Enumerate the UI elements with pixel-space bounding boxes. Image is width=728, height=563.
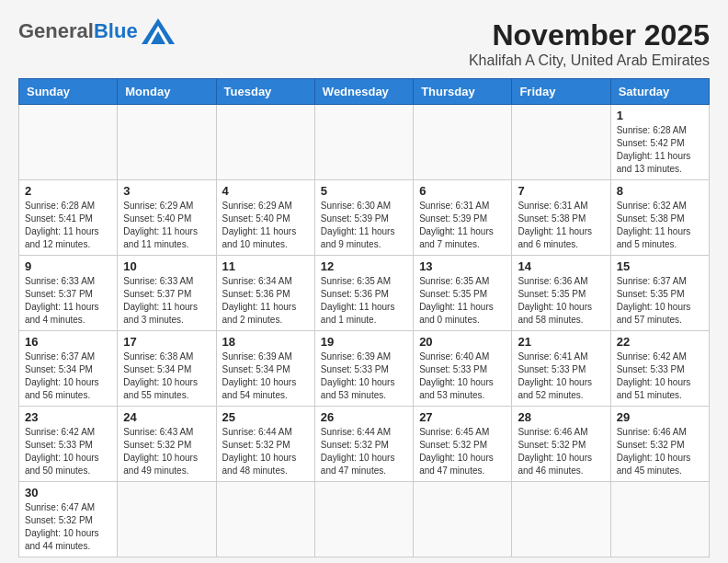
day-info: Sunrise: 6:31 AM Sunset: 5:39 PM Dayligh… [419,200,506,251]
day-number: 22 [617,335,703,349]
day-info: Sunrise: 6:36 AM Sunset: 5:35 PM Dayligh… [518,275,604,327]
day-number: 8 [617,184,703,198]
day-info: Sunrise: 6:33 AM Sunset: 5:37 PM Dayligh… [123,275,210,327]
day-info: Sunrise: 6:41 AM Sunset: 5:33 PM Dayligh… [518,350,604,402]
day-number: 21 [518,335,604,349]
calendar-cell: 12Sunrise: 6:35 AM Sunset: 5:36 PM Dayli… [314,256,413,331]
calendar-cell: 8Sunrise: 6:32 AM Sunset: 5:38 PM Daylig… [610,180,709,256]
day-info: Sunrise: 6:46 AM Sunset: 5:32 PM Dayligh… [617,426,703,477]
day-number: 7 [518,184,604,198]
day-header-thursday: Thursday [414,79,512,105]
day-number: 18 [222,335,309,349]
day-info: Sunrise: 6:40 AM Sunset: 5:33 PM Dayligh… [419,350,506,402]
calendar-cell: 1Sunrise: 6:28 AM Sunset: 5:42 PM Daylig… [610,105,709,180]
day-number: 12 [321,259,407,273]
header: General Blue November 2025 Khalifah A Ci… [18,18,710,69]
day-header-saturday: Saturday [610,79,709,105]
calendar: SundayMondayTuesdayWednesdayThursdayFrid… [18,78,710,557]
day-header-monday: Monday [118,79,216,105]
day-number: 24 [123,410,210,424]
day-info: Sunrise: 6:28 AM Sunset: 5:42 PM Dayligh… [617,124,703,176]
calendar-cell [314,482,413,557]
day-header-tuesday: Tuesday [216,79,314,105]
day-number: 2 [25,184,111,198]
day-info: Sunrise: 6:37 AM Sunset: 5:35 PM Dayligh… [617,275,703,327]
day-header-sunday: Sunday [19,79,118,105]
day-header-wednesday: Wednesday [314,79,413,105]
day-number: 16 [25,335,111,349]
calendar-week-row: 23Sunrise: 6:42 AM Sunset: 5:33 PM Dayli… [19,407,710,482]
calendar-week-row: 16Sunrise: 6:37 AM Sunset: 5:34 PM Dayli… [19,331,710,407]
calendar-header-row: SundayMondayTuesdayWednesdayThursdayFrid… [19,79,710,105]
day-info: Sunrise: 6:30 AM Sunset: 5:39 PM Dayligh… [321,200,407,251]
calendar-cell [216,105,314,180]
calendar-cell: 7Sunrise: 6:31 AM Sunset: 5:38 PM Daylig… [512,180,610,256]
calendar-cell: 6Sunrise: 6:31 AM Sunset: 5:39 PM Daylig… [414,180,512,256]
day-number: 20 [419,335,506,349]
day-info: Sunrise: 6:42 AM Sunset: 5:33 PM Dayligh… [25,426,111,477]
day-info: Sunrise: 6:42 AM Sunset: 5:33 PM Dayligh… [617,350,703,402]
day-number: 30 [25,486,111,500]
title-area: November 2025 Khalifah A City, United Ar… [469,18,710,69]
day-info: Sunrise: 6:37 AM Sunset: 5:34 PM Dayligh… [25,350,111,402]
calendar-cell: 3Sunrise: 6:29 AM Sunset: 5:40 PM Daylig… [118,180,216,256]
calendar-cell [314,105,413,180]
day-number: 19 [321,335,407,349]
day-info: Sunrise: 6:29 AM Sunset: 5:40 PM Dayligh… [123,200,210,251]
calendar-cell: 19Sunrise: 6:39 AM Sunset: 5:33 PM Dayli… [314,331,413,407]
day-info: Sunrise: 6:35 AM Sunset: 5:36 PM Dayligh… [321,275,407,327]
calendar-cell: 24Sunrise: 6:43 AM Sunset: 5:32 PM Dayli… [118,407,216,482]
logo: General Blue [18,18,175,44]
day-number: 6 [419,184,506,198]
day-info: Sunrise: 6:35 AM Sunset: 5:35 PM Dayligh… [419,275,506,327]
calendar-cell [512,105,610,180]
day-number: 4 [222,184,309,198]
calendar-cell [414,482,512,557]
day-info: Sunrise: 6:47 AM Sunset: 5:32 PM Dayligh… [25,501,111,553]
day-info: Sunrise: 6:46 AM Sunset: 5:32 PM Dayligh… [518,426,604,477]
calendar-cell: 13Sunrise: 6:35 AM Sunset: 5:35 PM Dayli… [414,256,512,331]
calendar-cell [216,482,314,557]
day-info: Sunrise: 6:28 AM Sunset: 5:41 PM Dayligh… [25,200,111,251]
calendar-cell: 14Sunrise: 6:36 AM Sunset: 5:35 PM Dayli… [512,256,610,331]
calendar-cell: 29Sunrise: 6:46 AM Sunset: 5:32 PM Dayli… [610,407,709,482]
logo-blue-text: Blue [94,19,138,43]
calendar-cell: 16Sunrise: 6:37 AM Sunset: 5:34 PM Dayli… [19,331,118,407]
calendar-week-row: 1Sunrise: 6:28 AM Sunset: 5:42 PM Daylig… [19,105,710,180]
day-number: 1 [617,109,703,122]
day-number: 28 [518,410,604,424]
logo-general-text: General [18,19,94,43]
day-number: 27 [419,410,506,424]
calendar-cell: 21Sunrise: 6:41 AM Sunset: 5:33 PM Dayli… [512,331,610,407]
calendar-cell [414,105,512,180]
calendar-cell [610,482,709,557]
calendar-cell: 27Sunrise: 6:45 AM Sunset: 5:32 PM Dayli… [414,407,512,482]
day-info: Sunrise: 6:44 AM Sunset: 5:32 PM Dayligh… [222,426,309,477]
day-info: Sunrise: 6:39 AM Sunset: 5:33 PM Dayligh… [321,350,407,402]
calendar-cell: 25Sunrise: 6:44 AM Sunset: 5:32 PM Dayli… [216,407,314,482]
day-number: 17 [123,335,210,349]
day-info: Sunrise: 6:29 AM Sunset: 5:40 PM Dayligh… [222,200,309,251]
calendar-cell: 22Sunrise: 6:42 AM Sunset: 5:33 PM Dayli… [610,331,709,407]
day-header-friday: Friday [512,79,610,105]
day-number: 14 [518,259,604,273]
day-number: 23 [25,410,111,424]
calendar-cell [118,105,216,180]
day-number: 13 [419,259,506,273]
day-info: Sunrise: 6:39 AM Sunset: 5:34 PM Dayligh… [222,350,309,402]
calendar-cell [512,482,610,557]
day-number: 3 [123,184,210,198]
day-number: 10 [123,259,210,273]
day-info: Sunrise: 6:32 AM Sunset: 5:38 PM Dayligh… [617,200,703,251]
day-info: Sunrise: 6:34 AM Sunset: 5:36 PM Dayligh… [222,275,309,327]
day-number: 29 [617,410,703,424]
calendar-cell [19,105,118,180]
calendar-cell: 11Sunrise: 6:34 AM Sunset: 5:36 PM Dayli… [216,256,314,331]
day-info: Sunrise: 6:38 AM Sunset: 5:34 PM Dayligh… [123,350,210,402]
calendar-cell: 17Sunrise: 6:38 AM Sunset: 5:34 PM Dayli… [118,331,216,407]
calendar-cell: 10Sunrise: 6:33 AM Sunset: 5:37 PM Dayli… [118,256,216,331]
calendar-cell: 20Sunrise: 6:40 AM Sunset: 5:33 PM Dayli… [414,331,512,407]
calendar-cell: 18Sunrise: 6:39 AM Sunset: 5:34 PM Dayli… [216,331,314,407]
day-number: 9 [25,259,111,273]
day-info: Sunrise: 6:33 AM Sunset: 5:37 PM Dayligh… [25,275,111,327]
